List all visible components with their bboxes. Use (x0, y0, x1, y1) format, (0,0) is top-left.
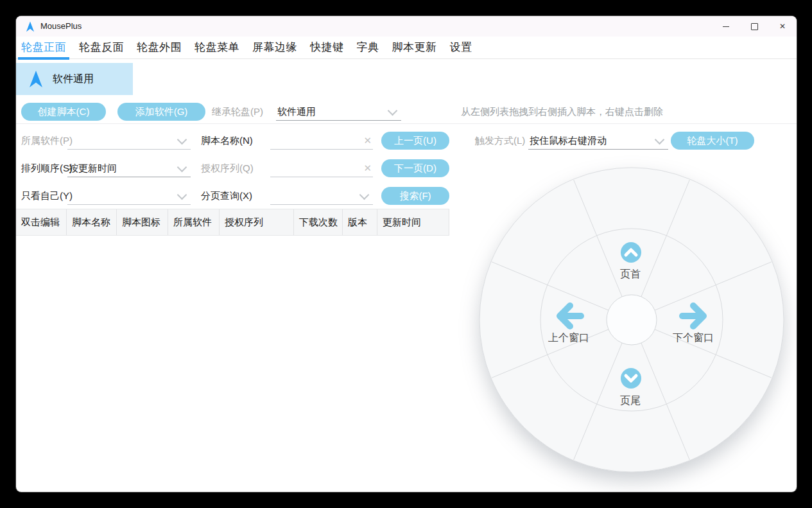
trigger-mode-select[interactable]: 按住鼠标右键滑动 (528, 132, 668, 150)
script-name-label: 脚本名称(N) (201, 132, 253, 150)
tab-hotkeys[interactable]: 快捷键 (307, 37, 347, 59)
clear-icon[interactable]: ✕ (363, 134, 372, 147)
page-bottom-icon (621, 368, 641, 389)
search-button[interactable]: 搜索(F) (381, 187, 449, 205)
tab-wheel-front[interactable]: 轮盘正面 (18, 37, 69, 59)
prev-page-button[interactable]: 上一页(U) (381, 132, 449, 150)
maximize-icon (751, 23, 758, 30)
toolbar-divider (16, 123, 797, 124)
create-script-button[interactable]: 创建脚本(C) (21, 103, 106, 121)
drag-hint-text: 从左侧列表拖拽到右侧插入脚本，右键点击删除 (461, 103, 663, 121)
chevron-down-icon (177, 190, 187, 200)
license-serial-input[interactable] (272, 161, 360, 177)
desktop: { "window": { "title": "MousePlus" }, "i… (0, 0, 812, 508)
script-name-input[interactable] (272, 133, 360, 149)
owner-software-select[interactable] (67, 132, 191, 150)
only-mine-label: 只看自己(Y) (21, 187, 73, 205)
prev-window-label: 上个窗口 (548, 332, 589, 343)
tab-wheel-menu[interactable]: 轮盘菜单 (191, 37, 243, 59)
chevron-down-icon (388, 106, 398, 116)
minimize-icon (723, 26, 729, 27)
page-query-select[interactable] (270, 187, 373, 205)
inherit-wheel-select[interactable]: 软件通用 (276, 103, 401, 121)
page-query-label: 分页查询(X) (201, 187, 252, 205)
profile-tab-label: 软件通用 (53, 73, 94, 86)
next-window-label: 下个窗口 (673, 332, 714, 343)
inherit-wheel-value: 软件通用 (277, 103, 316, 120)
chevron-down-icon (177, 162, 187, 173)
page-top-icon (621, 242, 641, 263)
minimize-button[interactable] (712, 16, 740, 37)
tab-screen-edge[interactable]: 屏幕边缘 (249, 37, 300, 59)
page-top-label: 页首 (620, 268, 641, 279)
tab-wheel-back[interactable]: 轮盘反面 (76, 37, 127, 59)
app-logo-icon (26, 21, 35, 32)
trigger-mode-value: 按住鼠标右键滑动 (530, 132, 607, 149)
tab-dictionary[interactable]: 字典 (354, 37, 383, 59)
tab-wheel-outer[interactable]: 轮盘外围 (134, 37, 185, 59)
col-version: 版本 (343, 209, 377, 235)
wheel-center-circle (607, 295, 657, 345)
col-double-click-edit: 双击编辑 (16, 209, 67, 235)
chevron-down-icon (177, 135, 187, 145)
wheel-preview[interactable]: 页首 上个窗口 下个窗口 页尾 (474, 162, 789, 477)
window-title: MousePlus (40, 16, 82, 37)
next-page-button[interactable]: 下一页(D) (381, 159, 449, 177)
tab-settings[interactable]: 设置 (447, 37, 476, 59)
titlebar: MousePlus ✕ (16, 16, 797, 37)
sort-order-select[interactable]: 按更新时间 (67, 159, 191, 177)
chevron-down-icon (359, 190, 370, 200)
owner-software-label: 所属软件(P) (21, 132, 73, 150)
tab-script-update[interactable]: 脚本更新 (389, 37, 440, 59)
license-serial-label: 授权序列(Q) (201, 159, 254, 177)
profile-arrow-icon (29, 70, 43, 88)
inherit-wheel-label: 继承轮盘(P) (212, 103, 263, 121)
col-script-icon: 脚本图标 (117, 209, 168, 235)
add-software-button[interactable]: 添加软件(G) (117, 103, 205, 121)
wheel-size-button[interactable]: 轮盘大小(T) (671, 132, 754, 150)
license-serial-field: ✕ (270, 159, 373, 177)
sort-order-label: 排列顺序(S) (21, 159, 73, 177)
clear-icon[interactable]: ✕ (363, 162, 372, 175)
close-icon: ✕ (779, 22, 786, 30)
maximize-button[interactable] (740, 16, 768, 37)
chevron-down-icon (655, 135, 665, 145)
col-license-serial: 授权序列 (220, 209, 294, 235)
trigger-mode-label: 触发方式(L) (475, 132, 525, 150)
only-mine-select[interactable] (67, 187, 191, 205)
close-button[interactable]: ✕ (768, 16, 797, 37)
window-controls: ✕ (712, 16, 797, 37)
profile-tab-general[interactable]: 软件通用 (16, 63, 133, 95)
col-owner-software: 所属软件 (168, 209, 220, 235)
col-update-time: 更新时间 (377, 209, 449, 235)
col-download-count: 下载次数 (294, 209, 343, 235)
main-tabbar: 轮盘正面 轮盘反面 轮盘外围 轮盘菜单 屏幕边缘 快捷键 字典 脚本更新 设置 (16, 37, 797, 59)
col-script-name: 脚本名称 (67, 209, 117, 235)
app-window: MousePlus ✕ 轮盘正面 轮盘反面 轮盘外围 轮盘菜单 屏幕边缘 快捷键… (16, 16, 797, 492)
sort-order-value: 按更新时间 (69, 159, 117, 177)
script-table-header: 双击编辑 脚本名称 脚本图标 所属软件 授权序列 下载次数 版本 更新时间 (16, 209, 449, 236)
page-bottom-label: 页尾 (620, 395, 641, 406)
script-name-field: ✕ (270, 132, 373, 150)
